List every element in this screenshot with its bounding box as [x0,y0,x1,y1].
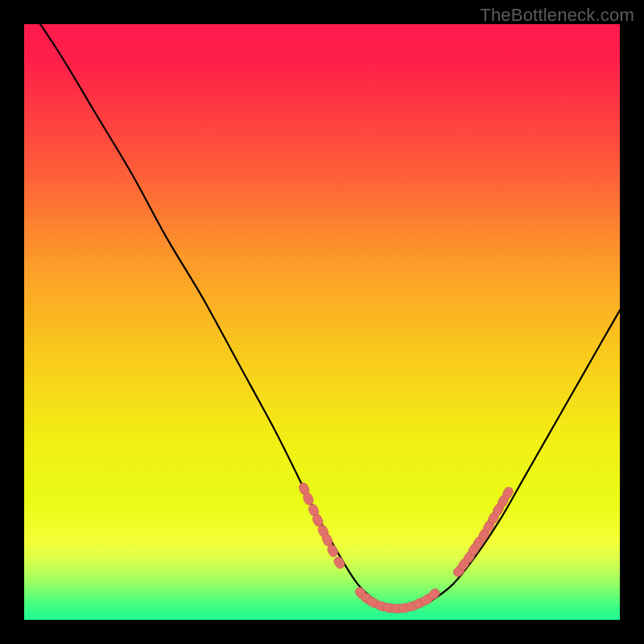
chart-container: TheBottleneck.com [0,0,644,644]
plot-area [24,24,620,620]
curve-marker [332,555,346,571]
watermark-text: TheBottleneck.com [480,5,634,26]
curve-layer [24,24,620,620]
